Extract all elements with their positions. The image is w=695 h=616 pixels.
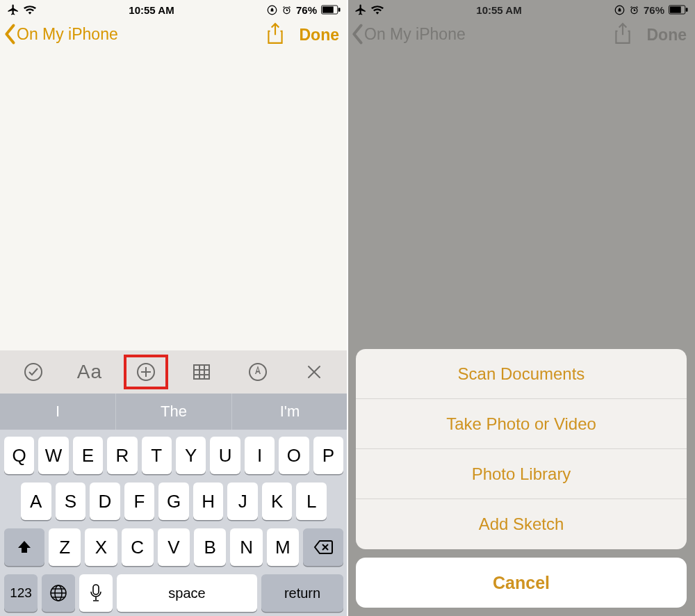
status-bar: 10:55 AM 76%: [0, 0, 348, 19]
key-p[interactable]: P: [313, 437, 343, 474]
done-button: Done: [647, 26, 687, 44]
action-add-sketch[interactable]: Add Sketch: [356, 499, 687, 549]
action-cancel[interactable]: Cancel: [356, 558, 687, 608]
key-f[interactable]: F: [124, 483, 155, 520]
svg-point-5: [25, 364, 42, 380]
svg-rect-4: [338, 8, 341, 12]
battery-icon: [321, 5, 341, 15]
share-icon: [614, 22, 632, 47]
key-d[interactable]: D: [90, 483, 120, 520]
key-l[interactable]: L: [296, 483, 327, 520]
airplane-mode-icon: [7, 3, 19, 16]
key-t[interactable]: T: [142, 437, 172, 474]
notes-format-toolbar: Aa: [0, 350, 348, 394]
key-z[interactable]: Z: [49, 528, 81, 566]
action-take-photo-or-video[interactable]: Take Photo or Video: [356, 399, 687, 449]
key-j[interactable]: J: [227, 483, 258, 520]
predictive-suggestion[interactable]: The: [116, 394, 232, 430]
markup-icon[interactable]: [237, 356, 279, 388]
add-attachment-button[interactable]: [125, 356, 167, 388]
shift-key[interactable]: [4, 528, 44, 566]
dictation-key[interactable]: [79, 574, 113, 612]
svg-rect-15: [670, 6, 681, 13]
battery-text: 76%: [644, 4, 664, 16]
key-u[interactable]: U: [210, 437, 240, 474]
key-x[interactable]: X: [85, 528, 117, 566]
key-k[interactable]: K: [262, 483, 293, 520]
key-g[interactable]: G: [158, 483, 189, 520]
delete-key[interactable]: [303, 528, 343, 566]
action-sheet: Scan Documents Take Photo or Video Photo…: [356, 349, 687, 608]
svg-rect-3: [322, 6, 334, 13]
wifi-icon: [24, 5, 36, 15]
key-h[interactable]: H: [193, 483, 224, 520]
alarm-icon: [629, 5, 639, 15]
status-bar: 10:55 AM 76%: [348, 0, 695, 19]
key-y[interactable]: Y: [176, 437, 206, 474]
key-i[interactable]: I: [245, 437, 275, 474]
space-key[interactable]: space: [117, 574, 257, 612]
predictive-bar: I The I'm: [0, 394, 348, 430]
checklist-icon[interactable]: [13, 356, 54, 388]
svg-rect-7: [194, 365, 209, 379]
back-button: On My iPhone: [350, 22, 466, 46]
close-keyboard-icon[interactable]: [293, 356, 335, 388]
svg-rect-11: [93, 585, 99, 594]
key-c[interactable]: C: [122, 528, 154, 566]
wifi-icon: [371, 5, 384, 15]
action-sheet-options: Scan Documents Take Photo or Video Photo…: [356, 349, 687, 549]
share-icon[interactable]: [266, 22, 284, 47]
note-editor[interactable]: [0, 61, 348, 350]
globe-key[interactable]: [42, 574, 75, 612]
key-v[interactable]: V: [158, 528, 190, 566]
key-a[interactable]: A: [21, 483, 51, 520]
phone-right: 10:55 AM 76% On My iPhone Done: [348, 0, 695, 616]
key-b[interactable]: B: [194, 528, 226, 566]
screenshot-divider: [347, 0, 348, 616]
nav-bar: On My iPhone Done: [348, 19, 695, 61]
battery-icon: [669, 5, 688, 15]
predictive-suggestion[interactable]: I'm: [232, 394, 348, 430]
return-key[interactable]: return: [261, 574, 343, 612]
key-e[interactable]: E: [73, 437, 103, 474]
back-button[interactable]: On My iPhone: [3, 22, 118, 46]
back-label: On My iPhone: [17, 25, 118, 44]
key-m[interactable]: M: [267, 528, 299, 566]
airplane-mode-icon: [354, 3, 367, 16]
orientation-lock-icon: [267, 5, 277, 15]
key-o[interactable]: O: [279, 437, 309, 474]
svg-rect-16: [686, 8, 688, 12]
numbers-key[interactable]: 123: [4, 574, 38, 612]
phone-left: 10:55 AM 76% On My iPhone Done: [0, 0, 348, 616]
action-scan-documents[interactable]: Scan Documents: [356, 349, 687, 399]
key-r[interactable]: R: [107, 437, 137, 474]
text-style-button[interactable]: Aa: [69, 356, 111, 388]
status-time: 10:55 AM: [129, 4, 174, 16]
table-icon[interactable]: [181, 356, 222, 388]
nav-bar: On My iPhone Done: [0, 19, 348, 61]
done-button[interactable]: Done: [300, 26, 340, 44]
keyboard: Q W E R T Y U I O P A S D F G H J K L Z: [0, 430, 348, 616]
key-n[interactable]: N: [230, 528, 262, 566]
orientation-lock-icon: [614, 5, 625, 15]
back-label: On My iPhone: [364, 25, 466, 44]
alarm-icon: [281, 5, 292, 15]
key-w[interactable]: W: [38, 437, 68, 474]
battery-text: 76%: [296, 4, 317, 16]
key-q[interactable]: Q: [4, 437, 34, 474]
key-s[interactable]: S: [56, 483, 86, 520]
status-time: 10:55 AM: [476, 4, 521, 16]
action-photo-library[interactable]: Photo Library: [356, 449, 687, 499]
predictive-suggestion[interactable]: I: [0, 394, 116, 430]
